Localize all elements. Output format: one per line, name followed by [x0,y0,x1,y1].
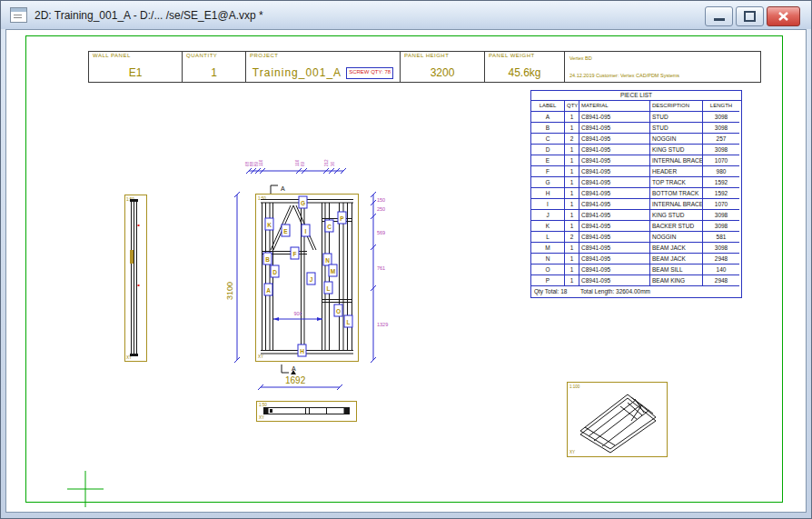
table-row: D1C8941-095KING STUD3098 [531,145,741,155]
svg-text:1329: 1329 [377,322,388,327]
field-panel-height: PANEL HEIGHT 3200 [401,52,485,82]
restore-button[interactable] [736,6,764,26]
table-footer: Qty Total: 18 Total Length: 32604.00mm [531,286,741,297]
column-header: MATERIAL [579,101,650,112]
table-cell: G [531,177,565,188]
table-cell: 3098 [703,210,739,221]
table-row: N1C8941-095BEAM JACK2948 [531,254,741,264]
table-cell: 1592 [703,188,739,199]
table-cell: P [531,275,565,286]
svg-text:E: E [283,228,288,235]
table-cell: 1 [565,210,579,221]
opening-dimension[interactable]: 900 [273,311,322,321]
field-label: PROJECT [250,53,279,58]
svg-text:3100: 3100 [225,282,234,300]
table-cell: M [531,243,565,254]
plan-view[interactable]: 1:50 XY [257,402,357,422]
drawing-canvas[interactable]: 1:50 XY 6888891161166921236 A [5,29,807,513]
table-cell: BOTTOM TRACK [650,188,703,199]
field-value: 3200 [401,66,484,79]
table-cell: BEAM JACK [650,254,703,264]
table-cell: C8941-095 [579,232,650,243]
table-cell: BACKER STUD [650,221,703,232]
field-label: WALL PANEL [93,53,131,58]
table-cell: 1 [565,254,579,264]
column-header: LENGTH [703,101,739,112]
table-cell: C8941-095 [579,199,650,210]
table-cell: 3098 [703,123,739,134]
svg-text:L: L [347,319,351,325]
svg-text:212: 212 [324,159,329,166]
table-cell: F [531,166,565,177]
table-row: C2C8941-095NOGGIN257 [531,134,741,145]
field-value: 45.6kg [485,66,564,79]
svg-text:569: 569 [377,230,385,235]
table-row: J1C8941-095KING STUD3098 [531,210,741,221]
field-label: PANEL WEIGHT [489,53,535,58]
table-cell: C8941-095 [579,145,650,155]
table-cell: 1 [565,243,579,254]
svg-text:J: J [310,276,313,283]
table-cell: 1070 [703,199,739,210]
table-cell: 3098 [703,243,739,254]
table-cell: INTERNAL BRACE [650,155,703,166]
field-value: 1 [183,66,245,79]
table-cell: C [531,134,565,145]
table-cell: C8941-095 [579,134,650,145]
table-cell: 1 [565,123,579,134]
table-cell: C8941-095 [579,155,650,166]
column-header: LABEL [531,101,565,112]
svg-text:P: P [340,215,344,222]
date-customer: 24.12.2019 Customer: Vertex CAD/PDM Syst… [569,73,756,78]
table-cell: 3098 [703,112,739,123]
iso-view[interactable]: 1:100 XY [568,383,668,457]
table-cell: C8941-095 [579,254,650,264]
close-icon [778,12,788,21]
table-cell: INTERNAL BRACE [650,199,703,210]
main-view[interactable]: 1:50 XY [256,195,359,362]
column-header: QTY [565,101,579,112]
table-cell: C8941-095 [579,243,650,254]
column-header: DESCRIPTION [650,101,703,112]
svg-text:1692: 1692 [285,375,306,385]
table-row: B1C8941-095STUD3098 [531,123,741,134]
table-cell: D [531,145,565,155]
field-project: PROJECT Training_001_A SCREW QTY: 78 [246,52,401,82]
table-cell: 257 [703,134,739,145]
table-header: LABEL QTY MATERIAL DESCRIPTION LENGTH [531,101,741,112]
restore-icon [744,11,756,22]
table-cell: C8941-095 [579,275,650,286]
table-cell: NOGGIN [650,232,703,243]
table-cell: C8941-095 [579,210,650,221]
table-cell: 2 [565,134,579,145]
company-info: Vertex BD 24.12.2019 Customer: Vertex CA… [565,52,760,82]
table-cell: NOGGIN [650,134,703,145]
minimize-icon [714,18,725,21]
minimize-button[interactable] [705,6,733,26]
top-dimension-chain[interactable]: 6888891161166921236 [245,159,346,174]
field-value: E1 [89,66,182,79]
table-cell: J [531,210,565,221]
table-cell: C8941-095 [579,123,650,134]
right-dimension-chain[interactable]: 1502505697611329 [371,192,388,363]
width-dimension[interactable]: 1692 [258,375,342,390]
svg-text:H: H [300,348,304,354]
svg-text:36: 36 [331,161,335,166]
table-cell: C8941-095 [579,177,650,188]
svg-text:L: L [327,285,331,292]
piece-list-table: PIECE LIST LABEL QTY MATERIAL DESCRIPTIO… [530,90,742,298]
svg-text:B: B [265,256,270,263]
table-cell: 1592 [703,177,739,188]
table-cell: KING STUD [650,210,703,221]
window-titlebar[interactable]: 2D: Training_001_A - D:/... /se/SE_E1@A.… [1,1,811,29]
side-view[interactable]: 1:50 XY [125,195,147,362]
height-dimension[interactable]: 3100 [225,192,240,363]
field-value: Training_001_A [253,66,342,79]
table-row: G1C8941-095TOP TRACK1592 [531,177,741,188]
close-button[interactable] [767,6,800,26]
svg-text:G: G [301,200,305,206]
app-window: 2D: Training_001_A - D:/... /se/SE_E1@A.… [0,0,812,519]
table-cell: 1 [565,199,579,210]
table-cell: 581 [703,232,739,243]
window-title: 2D: Training_001_A - D:/... /se/SE_E1@A.… [35,9,263,22]
